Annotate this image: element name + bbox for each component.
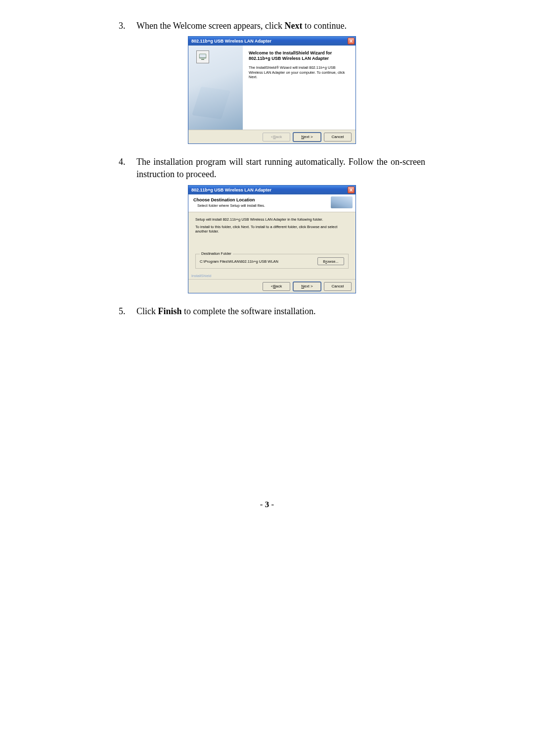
screenshot-welcome: 802.11b+g USB Wireless LAN Adapter X Wel… bbox=[119, 36, 425, 144]
page-number-value: 3 bbox=[265, 500, 269, 509]
installshield-brand: InstallShield bbox=[188, 274, 356, 279]
dialog1-sidebar-image bbox=[188, 46, 243, 130]
back-button[interactable]: < Back bbox=[263, 282, 290, 291]
page-number-right: - bbox=[269, 500, 274, 509]
step-3-post: to continue. bbox=[303, 21, 347, 31]
cancel-button[interactable]: Cancel bbox=[324, 133, 352, 142]
step-4-number: 4. bbox=[119, 156, 136, 181]
close-icon[interactable]: X bbox=[348, 187, 355, 193]
dialog2-title: 802.11b+g USB Wireless LAN Adapter bbox=[191, 188, 271, 192]
next-post: ext > bbox=[304, 284, 313, 288]
step-4-text: The installation program will start runn… bbox=[136, 156, 425, 181]
browse-post: owse... bbox=[327, 259, 339, 264]
step-5-text: Click Finish to complete the software in… bbox=[136, 305, 425, 318]
dialog1-content: Welcome to the InstallShield Wizard for … bbox=[243, 46, 356, 130]
dialog1-title: 802.11b+g USB Wireless LAN Adapter bbox=[191, 39, 271, 44]
dialog2-header: Choose Destination Location Select folde… bbox=[188, 194, 356, 212]
destination-folder-path: C:\Program Files\WLAN\802.11b+g USB WLAN bbox=[200, 259, 278, 264]
dialog1-subtext: The InstallShield® Wizard will install 8… bbox=[249, 65, 351, 80]
dialog2-titlebar: 802.11b+g USB Wireless LAN Adapter X bbox=[188, 186, 356, 194]
step-5-post: to complete the software installation. bbox=[182, 306, 316, 316]
next-button[interactable]: Next > bbox=[293, 282, 321, 291]
dialog2-header-sub: Select folder where Setup will install f… bbox=[193, 203, 351, 208]
dialog1-button-row: < Back Next > Cancel bbox=[188, 130, 356, 143]
next-button[interactable]: Next > bbox=[293, 133, 321, 142]
step-3-text: When the Welcome screen appears, click N… bbox=[136, 20, 425, 32]
back-post: ack bbox=[276, 284, 282, 288]
screenshot-destination: 802.11b+g USB Wireless LAN Adapter X Cho… bbox=[119, 185, 425, 294]
dialog1-titlebar: 802.11b+g USB Wireless LAN Adapter X bbox=[188, 37, 356, 46]
dialog1-heading: Welcome to the InstallShield Wizard for … bbox=[249, 50, 351, 61]
dialog-welcome: 802.11b+g USB Wireless LAN Adapter X Wel… bbox=[188, 36, 356, 144]
dialog2-body: Setup will install 802.11b+g USB Wireles… bbox=[188, 212, 356, 274]
step-3-bold: Next bbox=[285, 21, 303, 31]
dialog2-header-decor bbox=[331, 196, 353, 208]
close-icon[interactable]: X bbox=[348, 38, 355, 45]
back-button: < Back bbox=[263, 133, 290, 142]
dialog-destination: 802.11b+g USB Wireless LAN Adapter X Cho… bbox=[188, 185, 356, 294]
browse-button[interactable]: Browse... bbox=[317, 257, 344, 265]
back-post: ack bbox=[276, 135, 282, 139]
dialog2-header-title: Choose Destination Location bbox=[193, 197, 351, 202]
step-5: 5. Click Finish to complete the software… bbox=[119, 305, 425, 318]
page-number: - 3 - bbox=[0, 500, 534, 510]
dialog2-text2: To install to this folder, click Next. T… bbox=[195, 225, 349, 235]
step-5-number: 5. bbox=[119, 305, 136, 318]
step-3-number: 3. bbox=[119, 20, 136, 32]
svg-rect-1 bbox=[201, 59, 204, 60]
step-5-pre: Click bbox=[136, 306, 158, 316]
next-post: ext > bbox=[304, 135, 313, 139]
destination-folder-legend: Destination Folder bbox=[200, 251, 233, 256]
computer-icon bbox=[196, 50, 209, 63]
step-5-bold: Finish bbox=[158, 306, 182, 316]
dialog2-button-row: < Back Next > Cancel bbox=[188, 279, 356, 293]
destination-folder-fieldset: Destination Folder C:\Program Files\WLAN… bbox=[195, 254, 349, 269]
page-number-left: - bbox=[260, 500, 265, 509]
dialog2-text1: Setup will install 802.11b+g USB Wireles… bbox=[195, 217, 349, 222]
step-3-pre: When the Welcome screen appears, click bbox=[136, 21, 285, 31]
cancel-button[interactable]: Cancel bbox=[324, 282, 352, 291]
step-4: 4. The installation program will start r… bbox=[119, 156, 425, 181]
step-3: 3. When the Welcome screen appears, clic… bbox=[119, 20, 425, 32]
